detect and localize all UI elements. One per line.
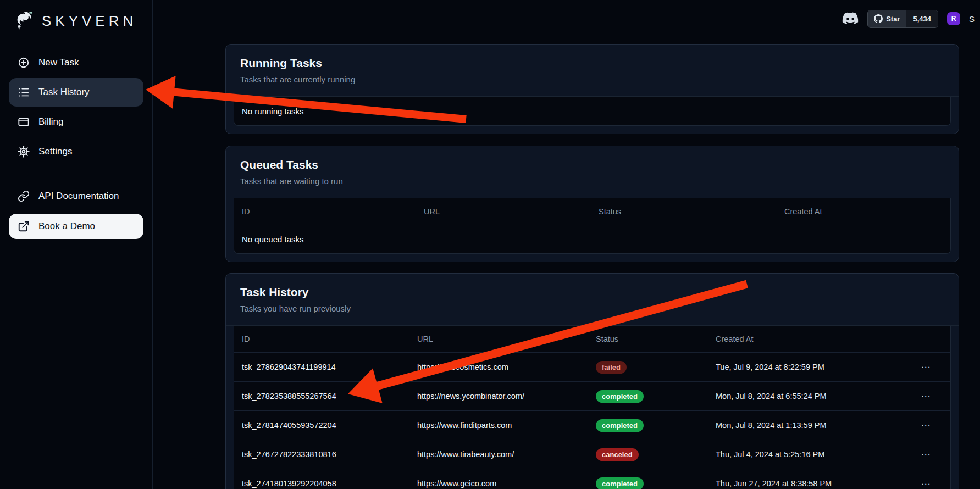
card-title: Task History [240,285,944,300]
sidebar-item-label: API Documentation [38,191,119,202]
status-badge: completed [596,390,644,403]
table-row[interactable]: tsk_276727822333810816 https://www.tirab… [234,440,950,469]
sidebar-item-billing[interactable]: Billing [9,108,143,136]
task-url: https://www.finditparts.com [417,421,596,430]
task-url: https://elitecosmetics.com [417,363,596,371]
card-title: Queued Tasks [240,157,944,173]
running-tasks-empty: No running tasks [234,97,950,125]
app-root: SKYVERN New Task Task History [0,0,980,489]
queued-tasks-body: ID URL Status Created At No queued tasks [226,198,959,262]
sidebar-item-label: New Task [38,57,79,68]
card-subtitle: Tasks that are currently running [240,74,944,85]
running-tasks-header: Running Tasks Tasks that are currently r… [226,45,959,97]
task-id: tsk_276727822333810816 [234,450,417,459]
column-header-created: Created At [784,207,950,216]
task-created-at: Mon, Jul 8, 2024 at 1:13:59 PM [716,421,915,430]
brand-name: SKYVERN [42,13,137,30]
plus-circle-icon [18,57,30,69]
queued-tasks-table: ID URL Status Created At No queued tasks [234,198,951,254]
queued-tasks-header: Queued Tasks Tasks that are waiting to r… [226,146,959,198]
status-badge: completed [596,477,644,489]
table-header-row: ID URL Status Created At [234,198,950,225]
row-menu-button[interactable]: ⋯ [915,362,937,373]
row-menu-button[interactable]: ⋯ [915,449,937,460]
row-menu-button[interactable]: ⋯ [915,391,937,402]
dragon-logo-icon [12,10,36,32]
column-header-url: URL [417,335,596,343]
ellipsis-icon: ⋯ [921,420,932,431]
cards-column: Running Tasks Tasks that are currently r… [225,44,959,489]
discord-button[interactable] [842,12,859,25]
brand-logo[interactable]: SKYVERN [9,10,143,32]
sidebar-item-label: Book a Demo [38,221,95,232]
external-link-icon [18,220,30,232]
github-icon [874,14,883,23]
sidebar-divider [11,174,141,174]
column-header-id: ID [234,207,424,216]
list-icon [18,86,30,98]
ellipsis-icon: ⋯ [921,391,932,402]
table-row[interactable]: tsk_274180139292204058 https://www.geico… [234,469,950,489]
sidebar-item-new-task[interactable]: New Task [9,48,143,77]
row-menu-button[interactable]: ⋯ [915,420,937,431]
card-title: Running Tasks [240,55,944,71]
table-row[interactable]: tsk_278629043741199914 https://elitecosm… [234,352,950,381]
status-badge: completed [596,419,644,432]
task-url: https://www.tirabeauty.com/ [417,450,596,459]
main-content: Star 5,434 R S Running Tasks Tasks that … [153,0,980,489]
discord-icon [842,12,859,25]
task-id: tsk_278147405593572204 [234,421,417,430]
task-created-at: Thu, Jul 4, 2024 at 5:25:16 PM [716,450,915,459]
column-header-url: URL [424,207,599,216]
user-avatar[interactable]: R [947,12,960,25]
gear-icon [18,146,30,158]
link-icon [18,190,30,202]
running-tasks-card: Running Tasks Tasks that are currently r… [225,44,959,134]
card-subtitle: Tasks you have run previously [240,303,944,314]
status-badge: failed [596,361,627,374]
credit-card-icon [18,116,30,128]
column-header-status: Status [596,335,716,343]
sidebar-item-api-documentation[interactable]: API Documentation [9,182,143,210]
sidebar-nav: New Task Task History Billing [9,48,143,239]
user-name-partial: S [969,14,975,24]
ellipsis-icon: ⋯ [921,478,932,489]
sidebar-item-settings[interactable]: Settings [9,137,143,166]
column-header-status: Status [599,207,784,216]
task-id: tsk_278629043741199914 [234,363,417,371]
task-created-at: Mon, Jul 8, 2024 at 6:55:24 PM [716,392,915,401]
table-header-row: ID URL Status Created At [234,326,950,352]
queued-tasks-empty: No queued tasks [234,225,950,253]
task-url: https://www.geico.com [417,479,596,488]
queued-tasks-card: Queued Tasks Tasks that are waiting to r… [225,146,959,262]
sidebar-item-task-history[interactable]: Task History [9,78,143,107]
task-url: https://news.ycombinator.com/ [417,392,596,401]
running-tasks-body: No running tasks [226,97,959,134]
sidebar-item-book-a-demo[interactable]: Book a Demo [9,214,143,239]
github-star-label: Star [886,15,900,23]
sidebar-item-label: Settings [38,146,72,157]
column-header-created: Created At [716,335,915,343]
task-created-at: Thu, Jun 27, 2024 at 8:38:58 PM [716,479,915,488]
ellipsis-icon: ⋯ [921,362,932,373]
table-row[interactable]: tsk_278147405593572204 https://www.findi… [234,410,950,440]
task-history-table: ID URL Status Created At tsk_27862904374… [234,326,951,489]
table-row[interactable]: tsk_278235388555267564 https://news.ycom… [234,381,950,410]
column-header-id: ID [234,335,417,343]
status-badge: canceled [596,448,639,461]
topbar: Star 5,434 R S [153,0,980,37]
task-id: tsk_274180139292204058 [234,479,417,488]
sidebar-item-label: Billing [38,116,63,127]
ellipsis-icon: ⋯ [921,449,932,460]
github-star-button[interactable]: Star 5,434 [867,10,938,28]
task-created-at: Tue, Jul 9, 2024 at 8:22:59 PM [716,363,915,371]
task-history-card: Task History Tasks you have run previous… [225,273,959,489]
sidebar-item-label: Task History [38,87,90,98]
task-id: tsk_278235388555267564 [234,392,417,401]
row-menu-button[interactable]: ⋯ [915,478,937,489]
github-star-count: 5,434 [906,10,938,27]
card-subtitle: Tasks that are waiting to run [240,176,944,187]
sidebar: SKYVERN New Task Task History [0,0,153,489]
task-history-body: ID URL Status Created At tsk_27862904374… [226,326,959,489]
task-history-header: Task History Tasks you have run previous… [226,274,959,326]
